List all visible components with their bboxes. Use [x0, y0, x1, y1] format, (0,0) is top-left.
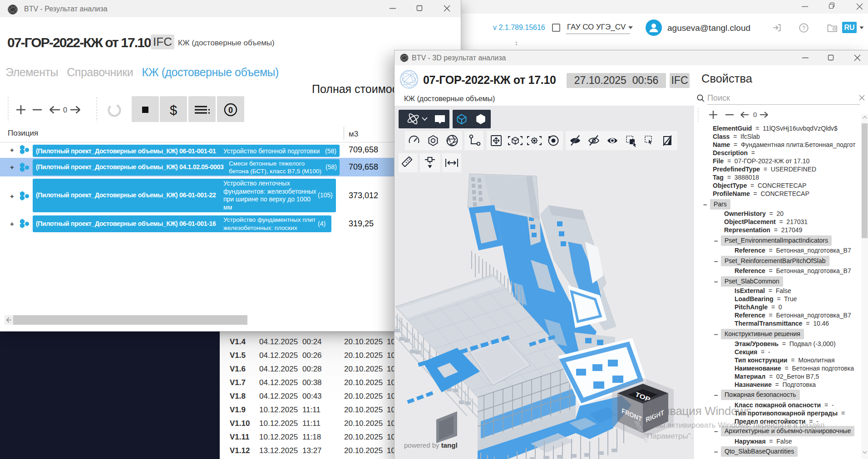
svg-text:0: 0 [63, 106, 67, 114]
svg-text:0: 0 [228, 106, 233, 115]
svg-text:$: $ [170, 103, 177, 117]
svg-text:?: ? [802, 25, 805, 31]
